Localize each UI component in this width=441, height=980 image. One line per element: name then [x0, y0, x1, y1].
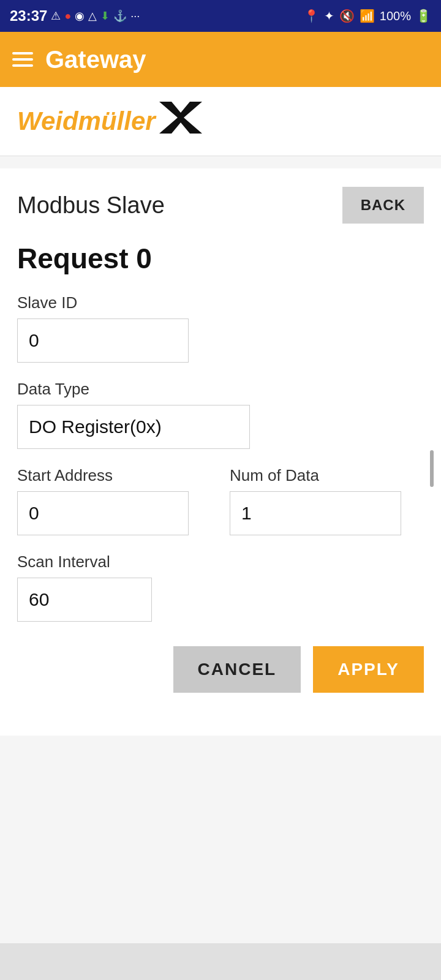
data-type-label: Data Type: [17, 380, 424, 399]
hamburger-menu-button[interactable]: [12, 52, 33, 67]
logo-text: Weidmüller: [17, 107, 156, 136]
apply-button[interactable]: APPLY: [313, 646, 424, 693]
bottom-navigation-bar: [0, 943, 441, 980]
start-address-group: Start Address: [17, 466, 211, 535]
action-buttons: CANCEL APPLY: [17, 646, 424, 717]
scan-interval-input[interactable]: [17, 578, 152, 622]
slave-id-group: Slave ID: [17, 293, 424, 363]
scan-interval-label: Scan Interval: [17, 552, 424, 571]
wifi-icon: 📶: [360, 9, 375, 23]
num-of-data-input[interactable]: [230, 491, 401, 535]
app-bar: Gateway: [0, 32, 441, 87]
svg-marker-0: [159, 102, 202, 134]
status-bar: 23:37 ⚠ ● ◉ △ ⬇ ⚓ ··· 📍 ✦ 🔇 📶 100% 🔋: [0, 0, 441, 32]
refresh-icon: ◉: [75, 9, 85, 23]
battery-icon: 🔋: [416, 9, 431, 23]
scan-interval-group: Scan Interval: [17, 552, 424, 622]
start-address-input[interactable]: [17, 491, 189, 535]
num-of-data-group: Num of Data: [230, 466, 424, 535]
start-address-label: Start Address: [17, 466, 211, 485]
status-time: 23:37: [10, 7, 47, 24]
status-left: 23:37 ⚠ ● ◉ △ ⬇ ⚓ ···: [10, 7, 140, 24]
cancel-button[interactable]: CANCEL: [173, 646, 301, 693]
location-icon: 📍: [304, 9, 319, 23]
status-right: 📍 ✦ 🔇 📶 100% 🔋: [304, 9, 431, 23]
logo-section: Weidmüller: [0, 87, 441, 156]
colorwheel-icon: ●: [64, 10, 71, 23]
download-icon: ⬇: [100, 9, 110, 23]
warning-icon: ⚠: [51, 9, 61, 23]
section-header: Modbus Slave BACK: [17, 187, 424, 224]
section-title: Modbus Slave: [17, 192, 165, 219]
data-type-input[interactable]: [17, 405, 250, 449]
request-heading: Request 0: [17, 242, 424, 275]
bluetooth-icon: ✦: [324, 9, 334, 23]
anchor-icon: ⚓: [113, 9, 127, 23]
num-of-data-label: Num of Data: [230, 466, 424, 485]
battery-percent: 100%: [380, 9, 411, 23]
mute-icon: 🔇: [339, 9, 355, 23]
slave-id-label: Slave ID: [17, 293, 424, 312]
slave-id-input[interactable]: [17, 318, 189, 363]
app-bar-title: Gateway: [45, 46, 146, 74]
logo-icon: [159, 102, 202, 141]
main-content: Modbus Slave BACK Request 0 Slave ID Dat…: [0, 168, 441, 736]
address-data-row: Start Address Num of Data: [17, 466, 424, 535]
data-type-group: Data Type: [17, 380, 424, 449]
triangle-icon: △: [88, 9, 97, 23]
scrollbar: [430, 450, 434, 487]
back-button[interactable]: BACK: [342, 187, 424, 224]
weidmuller-logo: Weidmüller: [17, 102, 202, 141]
ellipsis-icon: ···: [130, 10, 140, 23]
